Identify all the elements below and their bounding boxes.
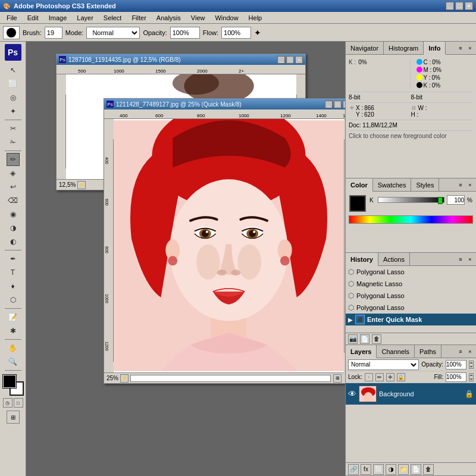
doc2-minimize[interactable]: _ [325, 101, 333, 108]
tab-paths[interactable]: Paths [415, 345, 441, 358]
doc2-close[interactable]: × [343, 101, 345, 108]
color-panel-close[interactable]: × [466, 181, 474, 189]
foreground-color-box[interactable] [3, 375, 16, 388]
doc1-maximize[interactable]: □ [286, 56, 294, 64]
k-slider[interactable] [378, 197, 444, 203]
new-document-btn[interactable]: 📄 [360, 334, 369, 344]
opacity-input[interactable] [170, 27, 200, 39]
tool-lasso[interactable]: ◎ [7, 91, 20, 104]
lock-position-btn[interactable]: ✛ [386, 373, 394, 381]
tab-layers[interactable]: Layers [346, 345, 377, 358]
doc1-minimize[interactable]: _ [277, 56, 285, 64]
lock-all-btn[interactable]: 🔒 [397, 373, 405, 381]
tool-magic-wand[interactable]: ✦ [7, 105, 20, 118]
tab-swatches[interactable]: Swatches [373, 178, 412, 191]
history-item-3[interactable]: ⬡ Polygonal Lasso [346, 290, 476, 302]
nav-panel-close[interactable]: × [466, 44, 474, 52]
tool-zoom[interactable]: 🔍 [7, 355, 20, 368]
tool-shape[interactable]: ♦ [7, 280, 20, 293]
color-panel-menu[interactable]: ≡ [456, 181, 465, 189]
standard-mode[interactable]: □ [14, 398, 23, 408]
tool-text[interactable]: T [7, 266, 20, 279]
close-button[interactable]: × [465, 2, 473, 10]
tab-color[interactable]: Color [346, 178, 373, 192]
menu-window[interactable]: Window [211, 13, 242, 23]
layers-panel-menu[interactable]: ≡ [456, 347, 465, 356]
layer-effects-btn[interactable]: fx [361, 464, 371, 475]
doc2-fit-btn[interactable]: ⊞ [333, 374, 342, 383]
tool-blur[interactable]: ◑ [7, 221, 20, 234]
menu-help[interactable]: Help [245, 13, 266, 23]
info-click-info[interactable]: Click to choose new foreground color [349, 130, 473, 139]
menu-file[interactable]: File [3, 13, 21, 23]
tool-hand[interactable]: ✋ [7, 342, 20, 355]
create-snapshot-btn[interactable]: 📷 [348, 334, 358, 344]
layer-mask-btn[interactable]: ⬜ [373, 464, 384, 475]
flow-input[interactable] [221, 27, 251, 39]
tool-notes[interactable]: 📝 [7, 311, 20, 324]
tool-history-brush[interactable]: ↩ [7, 180, 20, 193]
color-spectrum[interactable] [349, 215, 473, 224]
tool-eraser[interactable]: ⌫ [7, 194, 20, 207]
history-panel-menu[interactable]: ≡ [456, 255, 465, 264]
tool-dodge[interactable]: ◐ [7, 235, 20, 248]
doc2-nav-btn[interactable]: ⚡ [120, 374, 129, 383]
tool-slice[interactable]: ✁ [7, 136, 20, 149]
delete-history-btn[interactable]: 🗑 [372, 334, 381, 344]
nav-panel-menu[interactable]: ≡ [456, 44, 465, 52]
history-panel-close[interactable]: × [466, 255, 474, 264]
minimize-button[interactable]: _ [446, 2, 454, 10]
opacity-stepper[interactable] [469, 361, 474, 369]
tab-info[interactable]: Info [424, 42, 446, 55]
blend-mode-select[interactable]: Normal [348, 359, 419, 370]
menu-analysis[interactable]: Analysis [153, 13, 184, 23]
k-slider-handle[interactable] [438, 197, 443, 204]
tab-channels[interactable]: Channels [377, 345, 414, 358]
k-value-input[interactable] [447, 195, 465, 205]
fg-color-swatch[interactable] [349, 195, 366, 212]
tab-histogram[interactable]: Histogram [384, 42, 424, 54]
tool-marquee[interactable]: ⬜ [7, 77, 20, 90]
quick-mask-mode[interactable]: ◷ [3, 398, 12, 408]
layer-link-btn[interactable]: 🔗 [348, 464, 359, 475]
screen-mode-button[interactable]: ⊞ [7, 411, 20, 424]
tool-clone[interactable]: ◈ [7, 167, 20, 180]
tool-pen[interactable]: ✒ [7, 252, 20, 265]
tool-move[interactable]: ↖ [7, 64, 20, 77]
tool-3d[interactable]: ⬡ [7, 293, 20, 306]
menu-edit[interactable]: Edit [24, 13, 42, 23]
menu-view[interactable]: View [187, 13, 209, 23]
history-item-5[interactable]: ▶ ⬛ Enter Quick Mask [346, 314, 476, 325]
history-item-1[interactable]: ⬡ Polygonal Lasso [346, 266, 476, 278]
doc2-canvas[interactable] [114, 119, 344, 372]
maximize-button[interactable]: □ [455, 2, 464, 10]
doc1-close[interactable]: × [295, 56, 303, 64]
doc2-maximize[interactable]: □ [334, 101, 342, 108]
brush-preview[interactable] [3, 26, 20, 39]
menu-image[interactable]: Image [45, 13, 71, 23]
delete-layer-btn[interactable]: 🗑 [423, 464, 434, 475]
fill-stepper[interactable] [469, 373, 474, 381]
menu-layer[interactable]: Layer [73, 13, 97, 23]
doc2-scrollbar-v[interactable] [344, 139, 345, 353]
layer-adjustment-btn[interactable]: ◑ [386, 464, 396, 475]
airbrush-icon[interactable]: ✦ [254, 28, 261, 37]
tool-eyedropper[interactable]: ✱ [7, 324, 20, 337]
tab-history[interactable]: History [346, 253, 378, 266]
tab-navigator[interactable]: Navigator [346, 42, 384, 54]
tab-styles[interactable]: Styles [411, 178, 439, 191]
new-group-btn[interactable]: 📁 [398, 464, 409, 475]
new-layer-btn[interactable]: 📄 [411, 464, 421, 475]
document-window-2[interactable]: Ps 1211428_77489127.jpg @ 25% (Quick Mas… [104, 98, 345, 384]
menu-select[interactable]: Select [100, 13, 126, 23]
history-item-4[interactable]: ⬡ Polygonal Lasso [346, 302, 476, 314]
tool-brush[interactable]: ✏ [7, 153, 20, 166]
tab-actions[interactable]: Actions [378, 253, 410, 265]
tool-crop[interactable]: ✂ [7, 122, 20, 135]
layer-item-background[interactable]: 👁 Background 🔒 [346, 383, 476, 405]
lock-transparent-btn[interactable]: ⬞ [365, 373, 373, 381]
doc1-nav-btn[interactable]: ⚡ [77, 181, 86, 189]
lock-image-btn[interactable]: ✏ [375, 373, 384, 381]
history-item-2[interactable]: ⬡ Magnetic Lasso [346, 278, 476, 290]
layer-visibility-icon[interactable]: 👁 [348, 389, 356, 399]
